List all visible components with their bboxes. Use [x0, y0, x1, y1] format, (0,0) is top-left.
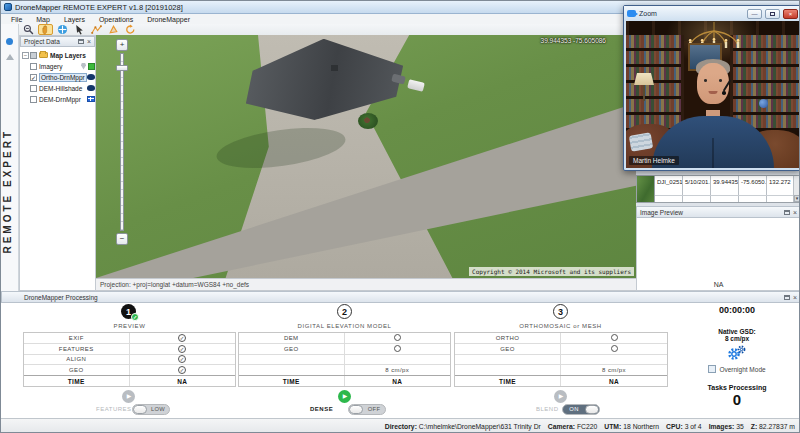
- step-1-play-button[interactable]: ▶: [122, 390, 135, 403]
- person-face: [697, 63, 729, 104]
- zoom-titlebar[interactable]: Zoom — ×: [624, 6, 800, 21]
- camera-icon: [627, 10, 636, 17]
- tree-root-map-layers[interactable]: − Map Layers: [22, 50, 95, 60]
- menu-dronemapper[interactable]: DroneMapper: [141, 16, 196, 23]
- cursor-tool-icon[interactable]: [6, 54, 14, 60]
- pin-icon[interactable]: [78, 39, 84, 44]
- row-label: GEO: [239, 344, 345, 354]
- step-2-play-button[interactable]: ▶: [338, 390, 351, 403]
- radio-icon[interactable]: [611, 334, 618, 341]
- layer-checkbox[interactable]: [30, 96, 37, 103]
- image-preview-header: Image Preview ×: [636, 206, 800, 218]
- step-1-circle: 1 ✓: [121, 304, 136, 319]
- move-tool-icon[interactable]: [55, 24, 70, 35]
- radio-icon[interactable]: [394, 334, 401, 341]
- step-2-table: DEM GEO 8 cm/px TIMENA: [238, 332, 451, 387]
- time-label: TIME: [455, 376, 561, 386]
- zoom-call-window[interactable]: Zoom — ×: [623, 5, 800, 171]
- check-icon: ✓: [178, 345, 186, 353]
- project-data-panel: Project Data × − Map Layers Imagery ✓ Or…: [19, 35, 96, 291]
- cursor-coordinates: 39.944353 -75.605086: [541, 37, 606, 44]
- cell-latitude[interactable]: 39.94435...: [711, 176, 739, 202]
- image-thumbnail[interactable]: [637, 176, 655, 202]
- polyline-tool-icon[interactable]: [89, 24, 104, 35]
- tree-canopy: [96, 35, 636, 278]
- status-directory: Directory: C:\mhelmke\DroneMapper\631 Tr…: [385, 423, 541, 430]
- time-value: NA: [345, 376, 451, 386]
- processing-title: DroneMapper Processing: [24, 294, 98, 301]
- menu-file[interactable]: File: [5, 16, 28, 23]
- ortho-layer-icon: [87, 74, 95, 80]
- step-complete-badge: ✓: [131, 313, 139, 321]
- close-icon[interactable]: ×: [793, 210, 797, 215]
- row-label: EXIF: [24, 333, 130, 343]
- images-table[interactable]: DJI_0251... 5/10/201... 39.94435... -75.…: [636, 175, 800, 203]
- rotate-tool-icon[interactable]: [123, 24, 138, 35]
- layer-item-imagery[interactable]: Imagery: [22, 61, 95, 71]
- settings-gears-icon[interactable]: [725, 345, 749, 361]
- lamp-pole: [643, 85, 645, 101]
- eye: [704, 79, 707, 82]
- blend-toggle[interactable]: ON: [562, 404, 600, 415]
- close-button[interactable]: ×: [783, 9, 798, 19]
- collapse-icon[interactable]: −: [22, 52, 29, 59]
- cell-filename[interactable]: DJI_0251...: [655, 176, 683, 202]
- dense-toggle[interactable]: OFF: [348, 404, 386, 415]
- layer-checkbox[interactable]: ✓: [30, 74, 37, 81]
- zoom-track[interactable]: [120, 53, 124, 231]
- tasks-processing-label: Tasks Processing: [707, 384, 766, 391]
- minimize-button[interactable]: —: [747, 9, 762, 19]
- pan-hand-icon[interactable]: [38, 24, 53, 35]
- menu-map[interactable]: Map: [30, 16, 56, 23]
- cell-date[interactable]: 5/10/201...: [683, 176, 711, 202]
- marker-tool-icon[interactable]: [6, 38, 13, 45]
- zoom-in-button[interactable]: +: [116, 39, 128, 51]
- features-toggle[interactable]: LOW: [132, 404, 170, 415]
- close-icon[interactable]: ×: [87, 39, 91, 44]
- check-icon: ✓: [178, 355, 186, 363]
- layer-item-dem-hillshade[interactable]: DEM-Hillshade: [22, 83, 95, 93]
- pin-layer-icon: [81, 63, 86, 70]
- menu-layers[interactable]: Layers: [58, 16, 91, 23]
- cell-longitude[interactable]: -75.6050...: [739, 176, 767, 202]
- table-scrollbar[interactable]: ▾: [793, 176, 800, 202]
- participant-name: Martin Helmke: [629, 156, 679, 165]
- map-zoom-slider[interactable]: + −: [116, 39, 128, 51]
- select-arrow-icon[interactable]: [72, 24, 87, 35]
- layer-checkbox[interactable]: [30, 85, 37, 92]
- map-view[interactable]: + − 39.944353 -75.605086 Copyright © 201…: [96, 35, 636, 278]
- layer-label: DEM-DrnMppr: [39, 96, 81, 103]
- overnight-checkbox[interactable]: [708, 365, 716, 373]
- time-label: TIME: [24, 376, 130, 386]
- dem-hillshade-layer-icon: [87, 85, 95, 91]
- pin-icon[interactable]: [784, 210, 790, 215]
- zoom-out-icon[interactable]: [21, 24, 36, 35]
- radio-icon[interactable]: [394, 345, 401, 352]
- menu-operations[interactable]: Operations: [93, 16, 139, 23]
- layer-item-ortho[interactable]: ✓ Ortho-DrnMppr: [22, 72, 95, 82]
- step-number: 2: [342, 307, 347, 317]
- cell-altitude[interactable]: 132.272: [767, 176, 795, 202]
- layer-label-selected: Ortho-DrnMppr: [39, 73, 87, 82]
- toggle-knob: [133, 405, 147, 414]
- status-camera: Camera: FC220: [548, 423, 598, 430]
- radio-icon[interactable]: [611, 345, 618, 352]
- projection-status: Projection: +proj=longlat +datum=WGS84 +…: [96, 278, 636, 291]
- native-gsd-value: 8 cm/px: [725, 335, 749, 342]
- root-checkbox[interactable]: [30, 52, 37, 59]
- imagery-swatch-icon: [88, 63, 95, 70]
- scroll-down-icon[interactable]: ▾: [794, 195, 800, 202]
- overnight-mode-row[interactable]: Overnight Mode: [708, 365, 765, 373]
- zoom-out-button[interactable]: −: [116, 233, 128, 245]
- maximize-button[interactable]: [765, 9, 780, 19]
- toggle-state: LOW: [147, 405, 169, 414]
- layer-checkbox[interactable]: [30, 63, 37, 70]
- row-label: DEM: [239, 333, 345, 343]
- step-3-play-button[interactable]: ▶: [554, 390, 567, 403]
- step-1-table: EXIF✓ FEATURES✓ ALIGN✓ GEO✓ TIMENA: [23, 332, 236, 387]
- layer-item-dem-drnmppr[interactable]: DEM-DrnMppr: [22, 94, 95, 104]
- tasks-processing-count: 0: [733, 391, 741, 408]
- native-gsd-label: Native GSD:: [718, 328, 756, 335]
- zoom-knob[interactable]: [116, 65, 128, 71]
- polygon-tool-icon[interactable]: [106, 24, 121, 35]
